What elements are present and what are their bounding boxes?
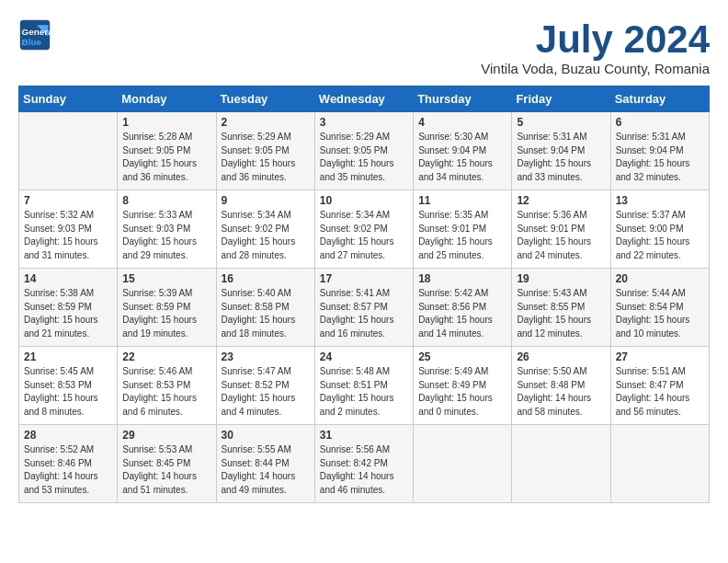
day-info: Sunrise: 5:32 AM Sunset: 9:03 PM Dayligh… — [24, 209, 112, 262]
day-info: Sunrise: 5:46 AM Sunset: 8:53 PM Dayligh… — [122, 365, 210, 419]
calendar-cell: 20Sunrise: 5:44 AM Sunset: 8:54 PM Dayli… — [610, 269, 709, 347]
day-number: 1 — [122, 116, 210, 129]
calendar-cell: 1Sunrise: 5:28 AM Sunset: 9:05 PM Daylig… — [118, 112, 216, 190]
day-info: Sunrise: 5:31 AM Sunset: 9:04 PM Dayligh… — [517, 131, 605, 184]
day-info: Sunrise: 5:43 AM Sunset: 8:55 PM Dayligh… — [517, 287, 605, 340]
day-number: 31 — [320, 429, 408, 442]
day-number: 7 — [24, 194, 112, 207]
calendar-cell: 10Sunrise: 5:34 AM Sunset: 9:02 PM Dayli… — [314, 190, 413, 269]
day-number: 6 — [616, 116, 704, 129]
calendar-cell: 16Sunrise: 5:40 AM Sunset: 8:58 PM Dayli… — [216, 269, 314, 347]
day-info: Sunrise: 5:53 AM Sunset: 8:45 PM Dayligh… — [122, 443, 210, 497]
calendar-cell: 9Sunrise: 5:34 AM Sunset: 9:02 PM Daylig… — [216, 190, 314, 269]
calendar-week-row: 14Sunrise: 5:38 AM Sunset: 8:59 PM Dayli… — [19, 269, 710, 347]
logo: General Blue — [18, 18, 55, 52]
calendar-cell: 29Sunrise: 5:53 AM Sunset: 8:45 PM Dayli… — [118, 425, 216, 503]
calendar-cell: 21Sunrise: 5:45 AM Sunset: 8:53 PM Dayli… — [19, 347, 118, 425]
weekday-header: Wednesday — [314, 86, 413, 112]
weekday-header: Saturday — [610, 86, 709, 112]
calendar-week-row: 7Sunrise: 5:32 AM Sunset: 9:03 PM Daylig… — [19, 190, 710, 269]
location-subtitle: Vintila Voda, Buzau County, Romania — [481, 61, 710, 76]
calendar-week-row: 28Sunrise: 5:52 AM Sunset: 8:46 PM Dayli… — [19, 425, 710, 503]
calendar-cell: 11Sunrise: 5:35 AM Sunset: 9:01 PM Dayli… — [414, 190, 512, 269]
day-info: Sunrise: 5:44 AM Sunset: 8:54 PM Dayligh… — [616, 287, 704, 340]
day-number: 11 — [418, 194, 506, 207]
day-number: 8 — [122, 194, 210, 207]
calendar-cell — [512, 425, 610, 503]
calendar-cell: 30Sunrise: 5:55 AM Sunset: 8:44 PM Dayli… — [216, 425, 314, 503]
day-info: Sunrise: 5:51 AM Sunset: 8:47 PM Dayligh… — [616, 365, 704, 419]
day-number: 24 — [320, 350, 408, 363]
day-number: 13 — [616, 194, 704, 207]
day-number: 25 — [418, 350, 506, 363]
calendar-cell: 7Sunrise: 5:32 AM Sunset: 9:03 PM Daylig… — [19, 190, 118, 269]
calendar-table: SundayMondayTuesdayWednesdayThursdayFrid… — [18, 86, 710, 503]
calendar-cell: 24Sunrise: 5:48 AM Sunset: 8:51 PM Dayli… — [314, 347, 413, 425]
day-info: Sunrise: 5:45 AM Sunset: 8:53 PM Dayligh… — [24, 365, 112, 419]
day-info: Sunrise: 5:52 AM Sunset: 8:46 PM Dayligh… — [24, 443, 112, 497]
calendar-cell: 14Sunrise: 5:38 AM Sunset: 8:59 PM Dayli… — [19, 269, 118, 347]
day-info: Sunrise: 5:33 AM Sunset: 9:03 PM Dayligh… — [122, 209, 210, 262]
day-number: 4 — [418, 116, 506, 129]
day-number: 5 — [517, 116, 605, 129]
calendar-cell: 25Sunrise: 5:49 AM Sunset: 8:49 PM Dayli… — [414, 347, 512, 425]
day-info: Sunrise: 5:38 AM Sunset: 8:59 PM Dayligh… — [24, 287, 112, 340]
day-number: 19 — [517, 272, 605, 285]
day-info: Sunrise: 5:35 AM Sunset: 9:01 PM Dayligh… — [418, 209, 506, 262]
calendar-cell — [19, 112, 118, 190]
page-header: General Blue July 2024 Vintila Voda, Buz… — [18, 18, 710, 76]
day-info: Sunrise: 5:30 AM Sunset: 9:04 PM Dayligh… — [418, 131, 506, 184]
calendar-week-row: 1Sunrise: 5:28 AM Sunset: 9:05 PM Daylig… — [19, 112, 710, 190]
day-info: Sunrise: 5:28 AM Sunset: 9:05 PM Dayligh… — [122, 131, 210, 184]
weekday-header: Monday — [118, 86, 216, 112]
calendar-cell: 5Sunrise: 5:31 AM Sunset: 9:04 PM Daylig… — [512, 112, 610, 190]
calendar-cell: 15Sunrise: 5:39 AM Sunset: 8:59 PM Dayli… — [118, 269, 216, 347]
day-number: 2 — [222, 116, 310, 129]
month-title: July 2024 — [481, 18, 710, 61]
calendar-cell: 26Sunrise: 5:50 AM Sunset: 8:48 PM Dayli… — [512, 347, 610, 425]
day-info: Sunrise: 5:47 AM Sunset: 8:52 PM Dayligh… — [222, 365, 310, 419]
calendar-cell: 28Sunrise: 5:52 AM Sunset: 8:46 PM Dayli… — [19, 425, 118, 503]
day-info: Sunrise: 5:37 AM Sunset: 9:00 PM Dayligh… — [616, 209, 704, 262]
day-info: Sunrise: 5:56 AM Sunset: 8:42 PM Dayligh… — [320, 443, 408, 497]
svg-text:General: General — [22, 27, 51, 37]
day-info: Sunrise: 5:29 AM Sunset: 9:05 PM Dayligh… — [222, 131, 310, 184]
day-info: Sunrise: 5:34 AM Sunset: 9:02 PM Dayligh… — [320, 209, 408, 262]
day-info: Sunrise: 5:55 AM Sunset: 8:44 PM Dayligh… — [222, 443, 310, 497]
calendar-cell: 19Sunrise: 5:43 AM Sunset: 8:55 PM Dayli… — [512, 269, 610, 347]
calendar-cell: 23Sunrise: 5:47 AM Sunset: 8:52 PM Dayli… — [216, 347, 314, 425]
logo-icon: General Blue — [18, 18, 51, 52]
day-info: Sunrise: 5:49 AM Sunset: 8:49 PM Dayligh… — [418, 365, 506, 419]
calendar-cell — [414, 425, 512, 503]
calendar-cell: 6Sunrise: 5:31 AM Sunset: 9:04 PM Daylig… — [610, 112, 709, 190]
day-number: 10 — [320, 194, 408, 207]
day-number: 17 — [320, 272, 408, 285]
calendar-header-row: SundayMondayTuesdayWednesdayThursdayFrid… — [19, 86, 710, 112]
calendar-cell: 31Sunrise: 5:56 AM Sunset: 8:42 PM Dayli… — [314, 425, 413, 503]
calendar-cell: 4Sunrise: 5:30 AM Sunset: 9:04 PM Daylig… — [414, 112, 512, 190]
day-number: 16 — [222, 272, 310, 285]
day-number: 3 — [320, 116, 408, 129]
calendar-cell: 22Sunrise: 5:46 AM Sunset: 8:53 PM Dayli… — [118, 347, 216, 425]
day-number: 18 — [418, 272, 506, 285]
day-number: 9 — [222, 194, 310, 207]
calendar-cell: 3Sunrise: 5:29 AM Sunset: 9:05 PM Daylig… — [314, 112, 413, 190]
weekday-header: Sunday — [19, 86, 118, 112]
svg-text:Blue: Blue — [22, 37, 42, 47]
calendar-cell: 2Sunrise: 5:29 AM Sunset: 9:05 PM Daylig… — [216, 112, 314, 190]
day-number: 28 — [24, 429, 112, 442]
day-info: Sunrise: 5:48 AM Sunset: 8:51 PM Dayligh… — [320, 365, 408, 419]
day-info: Sunrise: 5:39 AM Sunset: 8:59 PM Dayligh… — [122, 287, 210, 340]
title-area: July 2024 Vintila Voda, Buzau County, Ro… — [481, 18, 710, 76]
calendar-week-row: 21Sunrise: 5:45 AM Sunset: 8:53 PM Dayli… — [19, 347, 710, 425]
calendar-cell: 18Sunrise: 5:42 AM Sunset: 8:56 PM Dayli… — [414, 269, 512, 347]
day-number: 20 — [616, 272, 704, 285]
calendar-cell: 17Sunrise: 5:41 AM Sunset: 8:57 PM Dayli… — [314, 269, 413, 347]
day-info: Sunrise: 5:31 AM Sunset: 9:04 PM Dayligh… — [616, 131, 704, 184]
day-number: 27 — [616, 350, 704, 363]
day-info: Sunrise: 5:42 AM Sunset: 8:56 PM Dayligh… — [418, 287, 506, 340]
calendar-cell: 8Sunrise: 5:33 AM Sunset: 9:03 PM Daylig… — [118, 190, 216, 269]
day-info: Sunrise: 5:41 AM Sunset: 8:57 PM Dayligh… — [320, 287, 408, 340]
day-info: Sunrise: 5:34 AM Sunset: 9:02 PM Dayligh… — [222, 209, 310, 262]
weekday-header: Thursday — [414, 86, 512, 112]
